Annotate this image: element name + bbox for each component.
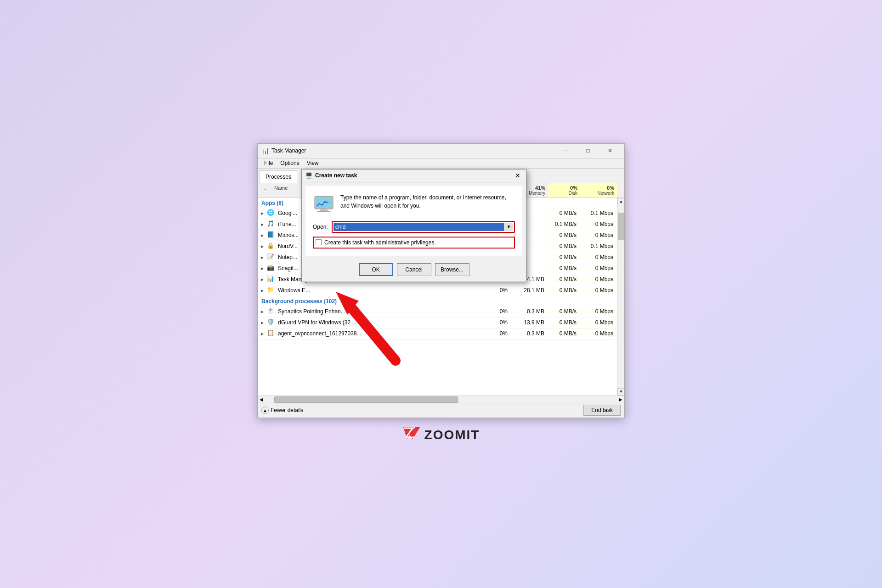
dialog-open-row: Open: ▼	[313, 221, 515, 233]
row-disk: 0 MB/s	[548, 232, 580, 238]
network-pct: 0%	[583, 185, 614, 191]
menu-options[interactable]: Options	[277, 159, 302, 167]
table-row[interactable]: ► 🛡️ dGuard VPN for Windows (32 ... 0% 1…	[258, 317, 624, 328]
expand-icon[interactable]: ►	[258, 211, 267, 216]
row-name: agent_ovpnconnect_161297038...	[277, 330, 475, 337]
expand-icon[interactable]: ►	[258, 233, 267, 238]
row-disk: 0 MB/s	[548, 210, 580, 216]
row-memory: 28.1 MB	[511, 287, 548, 294]
network-label: Network	[583, 191, 614, 196]
background-section-header: Background processes (102)	[258, 296, 624, 306]
maximize-button[interactable]: □	[577, 143, 599, 158]
row-network: 0.1 Mbps	[580, 243, 617, 249]
brand-logo	[402, 425, 421, 445]
dialog-checkbox-row: Create this task with administrative pri…	[313, 237, 515, 249]
menu-bar: File Options View	[258, 158, 624, 169]
col-disk[interactable]: 0% Disk	[548, 183, 580, 198]
dialog-description: Type the name of a program, folder, docu…	[340, 193, 515, 215]
row-disk: 0 MB/s	[548, 287, 580, 294]
brand: ZOOMIT	[402, 425, 480, 445]
dialog-cancel-button[interactable]: Cancel	[397, 263, 431, 276]
minimize-button[interactable]: —	[555, 143, 577, 158]
disk-label: Disk	[551, 191, 577, 196]
disk-pct: 0%	[551, 185, 577, 191]
dialog-computer-icon	[313, 193, 335, 215]
row-disk: 0 MB/s	[548, 265, 580, 271]
row-name: dGuard VPN for Windows (32 ...	[277, 319, 475, 326]
row-icon: 📁	[267, 286, 275, 294]
row-icon: 🌐	[267, 209, 275, 217]
table-row[interactable]: ► 🖱️ Synaptics Pointing Enhan... 0% 0.3 …	[258, 306, 624, 317]
expand-icon[interactable]: ►	[258, 288, 267, 293]
expand-icon[interactable]: ►	[258, 266, 267, 271]
dialog-title: Create new task	[315, 172, 513, 179]
svg-rect-2	[320, 209, 328, 211]
row-memory: 13.9 MB	[511, 319, 548, 326]
row-memory: 0.3 MB	[511, 308, 548, 315]
vertical-scrollbar[interactable]: ▲ ▼	[617, 198, 624, 396]
row-name: Synaptics Pointing Enhan...	[277, 308, 475, 315]
dialog-input[interactable]	[334, 223, 504, 231]
dialog-body: Type the name of a program, folder, docu…	[305, 186, 522, 256]
row-name: Windows E...	[277, 287, 475, 294]
row-network: 0 Mbps	[580, 308, 617, 315]
dialog-dropdown-button[interactable]: ▼	[504, 223, 513, 231]
app-icon: 📊	[261, 147, 269, 154]
row-icon: 🎵	[267, 220, 275, 228]
task-manager-window: 📊 Task Manager — □ ✕ File Options View P…	[257, 143, 625, 418]
row-cpu: 0%	[475, 287, 511, 294]
create-task-dialog: 🖥️ Create new task ✕	[301, 169, 526, 282]
col-name-label: Name	[274, 185, 288, 191]
row-icon: 📝	[267, 253, 275, 261]
expand-icon[interactable]: ►	[258, 331, 267, 336]
tab-processes[interactable]: Processes	[260, 170, 297, 183]
dialog-close-button[interactable]: ✕	[513, 171, 522, 180]
fewer-details-button[interactable]: ▲ Fewer details	[261, 407, 303, 414]
menu-file[interactable]: File	[261, 159, 276, 167]
hscroll-thumb[interactable]	[274, 396, 458, 403]
row-disk: 0 MB/s	[548, 330, 580, 337]
scroll-down-button[interactable]: ▼	[617, 388, 624, 396]
svg-rect-3	[317, 211, 330, 212]
row-icon: 📊	[267, 275, 275, 283]
row-network: 0 Mbps	[580, 330, 617, 337]
expand-icon[interactable]: ►	[258, 320, 267, 325]
dialog-buttons: OK Cancel Browse...	[302, 260, 526, 282]
dialog-ok-button[interactable]: OK	[359, 263, 393, 276]
fewer-details-label: Fewer details	[271, 407, 303, 413]
menu-view[interactable]: View	[304, 159, 322, 167]
row-disk: 0 MB/s	[548, 243, 580, 249]
footer: ▲ Fewer details End task	[258, 403, 624, 418]
expand-icon[interactable]: ►	[258, 222, 267, 227]
dialog-open-label: Open:	[313, 224, 328, 230]
expand-icon[interactable]: ►	[258, 309, 267, 314]
dialog-admin-checkbox[interactable]	[316, 239, 322, 245]
table-row[interactable]: ► 📋 agent_ovpnconnect_161297038... 0% 0.…	[258, 328, 624, 339]
dialog-title-bar: 🖥️ Create new task ✕	[302, 170, 526, 182]
close-button[interactable]: ✕	[599, 143, 621, 158]
row-network: 0 Mbps	[580, 254, 617, 260]
row-icon: 📸	[267, 264, 275, 272]
scroll-space	[617, 183, 624, 198]
scroll-up-button[interactable]: ▲	[617, 198, 624, 205]
dialog-title-icon: 🖥️	[305, 172, 312, 179]
scroll-thumb[interactable]	[618, 213, 624, 240]
scroll-right-button[interactable]: ▶	[617, 397, 624, 402]
expand-icon[interactable]: ►	[258, 277, 267, 282]
row-icon: 🖱️	[267, 307, 275, 316]
expand-icon[interactable]: ►	[258, 255, 267, 260]
row-disk: 0.1 MB/s	[548, 221, 580, 227]
scroll-left-button[interactable]: ◀	[258, 397, 265, 402]
horizontal-scrollbar[interactable]: ◀ ▶	[258, 396, 624, 403]
row-disk: 0 MB/s	[548, 254, 580, 260]
dialog-browse-button[interactable]: Browse...	[435, 263, 469, 276]
brand-name: ZOOMIT	[424, 428, 480, 442]
row-memory: 0.3 MB	[511, 330, 548, 337]
window-title: Task Manager	[271, 147, 555, 154]
table-row[interactable]: ► 📁 Windows E... 0% 28.1 MB 0 MB/s 0 Mbp…	[258, 285, 624, 296]
sort-arrow: ⌃	[258, 183, 271, 198]
end-task-button[interactable]: End task	[583, 405, 621, 416]
expand-icon[interactable]: ►	[258, 244, 267, 249]
col-network[interactable]: 0% Network	[580, 183, 617, 198]
row-disk: 0 MB/s	[548, 308, 580, 315]
